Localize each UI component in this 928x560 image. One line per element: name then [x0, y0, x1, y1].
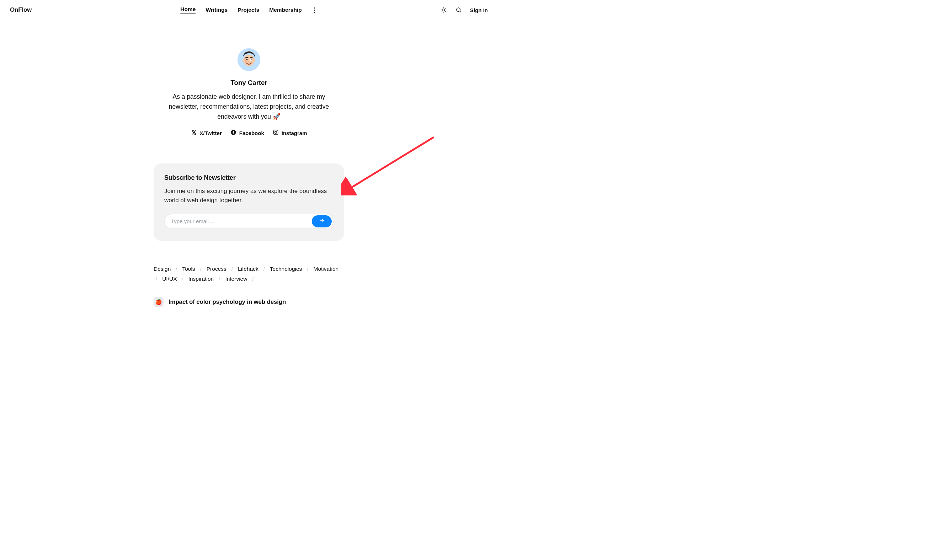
social-links: X/Twitter Facebook Instagram	[191, 129, 307, 137]
header: OnFlow Home Writings Projects Membership	[0, 0, 498, 17]
tag-lifehack[interactable]: Lifehack	[238, 266, 258, 272]
newsletter-title: Subscribe to Newsletter	[164, 174, 334, 181]
search-icon[interactable]	[455, 6, 462, 14]
tag-technologies[interactable]: Technologies	[270, 266, 302, 272]
tag-uiux[interactable]: UI/UX	[162, 276, 177, 282]
profile-bio: As a passionate web designer, I am thril…	[167, 92, 331, 122]
separator: /	[154, 276, 159, 282]
svg-point-16	[251, 59, 252, 61]
newsletter-card: Subscribe to Newsletter Join me on this …	[154, 163, 344, 241]
tag-tools[interactable]: Tools	[182, 266, 195, 272]
email-form	[164, 214, 334, 229]
brand-logo[interactable]: OnFlow	[10, 6, 32, 14]
separator: /	[174, 266, 179, 272]
separator: /	[305, 266, 310, 272]
svg-point-14	[253, 59, 256, 62]
nav-membership[interactable]: Membership	[269, 7, 302, 13]
arrow-right-icon	[319, 218, 325, 225]
annotation-arrow-icon	[341, 135, 437, 195]
svg-line-3	[442, 8, 442, 9]
separator: /	[217, 276, 222, 282]
theme-toggle-icon[interactable]	[440, 6, 447, 14]
nav-projects[interactable]: Projects	[238, 7, 259, 13]
separator: /	[229, 266, 235, 272]
instagram-icon	[273, 129, 279, 137]
post-title: Impact of color psychology in web design	[168, 298, 286, 306]
svg-line-22	[348, 137, 434, 190]
tag-list: Design/ Tools/ Process/ Lifehack/ Techno…	[154, 266, 344, 282]
social-label: Facebook	[239, 130, 264, 136]
email-input[interactable]	[171, 218, 312, 224]
submit-button[interactable]	[312, 215, 332, 227]
nav-writings[interactable]: Writings	[206, 7, 227, 13]
social-x[interactable]: X/Twitter	[191, 129, 222, 137]
svg-line-10	[460, 11, 461, 12]
svg-line-8	[445, 8, 446, 9]
svg-rect-18	[273, 130, 278, 135]
svg-point-19	[275, 131, 276, 134]
svg-point-0	[443, 9, 445, 11]
svg-line-4	[445, 11, 446, 12]
post-thumb-icon: 🍎	[154, 297, 163, 307]
tag-interview[interactable]: Interview	[225, 276, 247, 282]
social-instagram[interactable]: Instagram	[273, 129, 307, 137]
separator: /	[198, 266, 204, 272]
nav-home[interactable]: Home	[180, 6, 195, 14]
svg-point-13	[243, 59, 245, 62]
hero: Tony Carter As a passionate web designer…	[0, 48, 498, 137]
newsletter-desc: Join me on this exciting journey as we e…	[164, 187, 334, 205]
svg-point-17	[245, 61, 247, 63]
avatar	[238, 48, 260, 71]
separator: /	[250, 276, 256, 282]
primary-nav: Home Writings Projects Membership	[180, 6, 317, 14]
more-menu-icon[interactable]	[312, 6, 317, 14]
x-icon	[191, 129, 197, 137]
svg-point-9	[456, 8, 461, 12]
header-actions: Sign In	[440, 6, 488, 14]
social-label: Instagram	[282, 130, 307, 136]
tag-inspiration[interactable]: Inspiration	[188, 276, 214, 282]
social-label: X/Twitter	[200, 130, 222, 136]
tag-process[interactable]: Process	[206, 266, 226, 272]
separator: /	[261, 266, 267, 272]
social-facebook[interactable]: Facebook	[230, 129, 264, 137]
svg-point-20	[276, 131, 277, 131]
tag-motivation[interactable]: Motivation	[314, 266, 339, 272]
facebook-icon	[230, 129, 237, 137]
separator: /	[180, 276, 186, 282]
signin-button[interactable]: Sign In	[470, 7, 488, 13]
post-row[interactable]: 🍎 Impact of color psychology in web desi…	[154, 297, 344, 307]
svg-line-7	[442, 11, 442, 12]
tag-design[interactable]: Design	[154, 266, 171, 272]
profile-name: Tony Carter	[230, 79, 267, 87]
